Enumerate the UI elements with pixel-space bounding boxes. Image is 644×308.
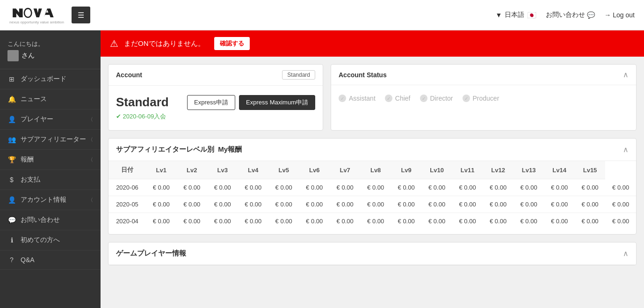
logout-label: Log out [613,11,635,19]
sidebar-item-players[interactable]: 👤 プレイヤー 〈 [0,110,101,130]
col-lv3: Lv3 [207,161,238,179]
account-card: Account Standard Standard ✔ 2020-06-09入会… [108,64,323,131]
sidebar-item-contact[interactable]: 💬 お問い合わせ [0,210,101,230]
cell-amount: € 0.00 [391,179,421,196]
sidebar-item-dashboard[interactable]: ⊞ ダッシュボード [0,69,101,89]
cell-amount: € 0.00 [268,179,299,196]
status-badge-director: ✓ Director [420,95,453,102]
account-card-body: Standard ✔ 2020-06-09入会 Express申請 Expres… [109,86,323,130]
chat-icon: 💬 [587,11,595,19]
cell-amount: € 0.00 [207,213,238,230]
warning-icon: ⚠ [110,38,118,49]
chevron-right-icon: 〈 [88,136,93,143]
sidebar-item-inner: 👤 アカウント情報 [7,196,66,204]
grid-icon: ⊞ [7,75,16,83]
cell-amount: € 0.00 [575,213,605,230]
avatar [7,50,19,61]
sub-affiliate-icon: 👥 [7,136,16,143]
sidebar-item-label: お問い合わせ [21,216,60,224]
cell-amount: € 0.00 [452,196,483,213]
main-content: ⚠ まだONではありません。 確認する Account Standard Sta… [101,30,644,308]
cell-amount: € 0.00 [605,196,636,213]
chevron-right-icon: 〈 [88,197,93,204]
contact-label: お問い合わせ [546,11,585,19]
col-lv7: Lv7 [330,161,360,179]
cell-amount: € 0.00 [330,213,360,230]
status-label-producer: Producer [473,95,499,102]
rewards-table: 日付 Lv1 Lv2 Lv3 Lv4 Lv5 Lv6 Lv7 Lv8 Lv9 L [109,161,636,229]
cell-amount: € 0.00 [605,213,636,230]
alert-text: まだONではありません。 [124,39,205,48]
col-lv1: Lv1 [146,161,176,179]
app-header: nexus opportunity value ambition ☰ ▼ 日本語… [0,0,644,30]
status-badges: ✓ Assistant ✓ Chief ✓ Director ✓ [331,85,636,111]
sidebar-item-label: プレイヤー [21,115,53,124]
col-lv14: Lv14 [544,161,574,179]
cell-amount: € 0.00 [330,179,360,196]
game-player-title: ゲームプレイヤー情報 [116,249,186,258]
cell-date: 2020-05 [109,196,146,213]
logo-tagline: nexus opportunity value ambition [9,20,64,24]
sidebar-item-sub-affiliates[interactable]: 👥 サブアフィリエーター 〈 [0,130,101,150]
express-max-apply-button[interactable]: Express Maximum申請 [239,95,315,110]
express-apply-button[interactable]: Express申請 [187,95,235,110]
rewards-card-header: サブアフィリエイターレベル別 My報酬 ∧ [109,139,636,161]
cell-amount: € 0.00 [238,179,268,196]
status-card-title: Account Status [339,71,387,79]
logout-link[interactable]: → Log out [604,11,635,19]
rewards-collapse-icon[interactable]: ∧ [623,145,629,154]
cell-amount: € 0.00 [268,196,299,213]
cell-amount: € 0.00 [299,213,329,230]
sidebar-item-label: 報酬 [21,155,34,164]
cell-amount: € 0.00 [421,213,452,230]
col-lv5: Lv5 [268,161,299,179]
sidebar-greeting: こんにちは。 さん [0,30,101,69]
sidebar-item-inner: 👤 プレイヤー [7,115,53,124]
cell-amount: € 0.00 [146,213,176,230]
cell-amount: € 0.00 [177,196,207,213]
sidebar-item-news[interactable]: 🔔 ニュース [0,89,101,110]
col-lv11: Lv11 [452,161,483,179]
status-check-director: ✓ [420,95,427,102]
language-selector[interactable]: ▼ 日本語 🇯🇵 [495,11,536,20]
status-badge-producer: ✓ Producer [463,95,499,102]
chevron-right-icon: 〈 [88,116,93,123]
logo: nexus opportunity value ambition [9,6,64,24]
sidebar-item-qa[interactable]: ? Q&A [0,250,101,270]
cell-amount: € 0.00 [605,179,636,196]
sidebar-item-beginners[interactable]: ℹ 初めての方へ [0,230,101,250]
game-player-card-header: ゲームプレイヤー情報 ∧ [109,242,636,265]
logout-arrow-icon: → [604,11,611,19]
collapse-icon[interactable]: ∧ [623,70,629,79]
account-icon: 👤 [7,196,16,204]
alert-banner: ⚠ まだONではありません。 確認する [101,30,644,57]
cell-amount: € 0.00 [544,213,574,230]
status-label-director: Director [430,95,453,102]
cell-amount: € 0.00 [483,196,513,213]
game-player-collapse-icon[interactable]: ∧ [623,249,629,258]
cell-amount: € 0.00 [575,179,605,196]
trophy-icon: 🏆 [7,156,16,163]
status-badge-chief: ✓ Chief [385,95,411,102]
menu-button[interactable]: ☰ [72,7,90,23]
contact-link[interactable]: お問い合わせ 💬 [546,11,595,19]
header-left: nexus opportunity value ambition ☰ [9,6,90,24]
sidebar-item-payments[interactable]: $ お支払 [0,170,101,190]
sidebar-item-inner: $ お支払 [7,176,40,184]
cell-amount: € 0.00 [360,179,391,196]
account-card-content: Standard ✔ 2020-06-09入会 Express申請 Expres… [116,95,315,121]
col-lv4: Lv4 [238,161,268,179]
status-check-assistant: ✓ [339,95,346,102]
table-row: 2020-04€ 0.00€ 0.00€ 0.00€ 0.00€ 0.00€ 0… [109,213,636,230]
cell-date: 2020-04 [109,213,146,230]
sidebar-item-account-info[interactable]: 👤 アカウント情報 〈 [0,190,101,210]
cell-amount: € 0.00 [299,179,329,196]
question-icon: ? [7,256,16,264]
sidebar-item-rewards[interactable]: 🏆 報酬 〈 [0,150,101,170]
status-check-producer: ✓ [463,95,470,102]
account-name: Standard [116,95,187,110]
cell-amount: € 0.00 [452,213,483,230]
sidebar-item-label: アカウント情報 [21,196,66,204]
confirm-button[interactable]: 確認する [214,37,250,50]
cell-amount: € 0.00 [421,179,452,196]
